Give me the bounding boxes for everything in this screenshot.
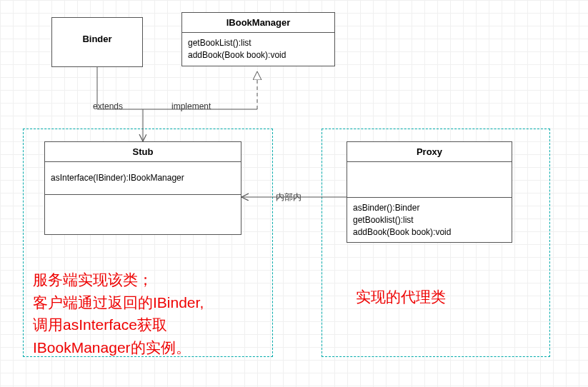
right-annotation: 实现的代理类: [356, 286, 446, 308]
method-row: getBookList():list: [188, 37, 329, 49]
proxy-empty-section: [347, 162, 512, 198]
method-row: asInterface(IBinder):IBookManager: [51, 172, 235, 184]
extends-label: extends: [91, 101, 124, 111]
stub-title: Stub: [45, 142, 241, 162]
proxy-title: Proxy: [347, 142, 512, 162]
method-row: getBooklist():list: [353, 214, 506, 226]
proxy-methods: asBinder():Binder getBooklist():list add…: [347, 198, 512, 242]
class-stub: Stub asInterface(IBinder):IBookManager: [44, 141, 241, 235]
binder-title: Binder: [52, 18, 142, 49]
stub-methods: asInterface(IBinder):IBookManager: [45, 162, 241, 194]
class-proxy: Proxy asBinder():Binder getBooklist():li…: [347, 141, 512, 243]
method-row: addBook(Book book):void: [188, 49, 329, 61]
implement-label: implement: [170, 101, 212, 111]
interface-ibookmanager: IBookManager getBookList():list addBook(…: [181, 12, 335, 66]
ibookmanager-title: IBookManager: [182, 13, 334, 33]
stub-empty-section: [45, 194, 241, 234]
inner-label: 内部内: [274, 191, 303, 203]
ibookmanager-methods: getBookList():list addBook(Book book):vo…: [182, 33, 334, 66]
class-binder: Binder: [51, 17, 143, 67]
method-row: asBinder():Binder: [353, 202, 506, 214]
method-row: addBook(Book book):void: [353, 226, 506, 238]
left-annotation: 服务端实现该类； 客户端通过返回的IBinder, 调用asInterface获…: [33, 268, 269, 358]
